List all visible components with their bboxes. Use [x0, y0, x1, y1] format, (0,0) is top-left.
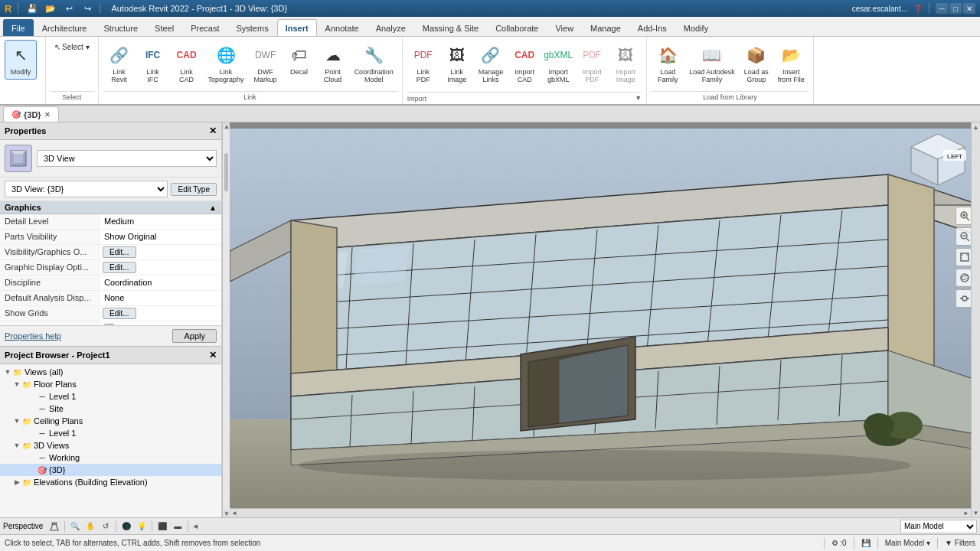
rotate-btn[interactable]: ↺	[99, 520, 113, 533]
scroll-thumb[interactable]	[224, 153, 228, 191]
toggle-3d-views[interactable]: ▼	[12, 442, 21, 449]
thin-lines-btn[interactable]: ▬	[171, 520, 185, 533]
perspective-btn[interactable]	[47, 520, 61, 533]
pb-close-btn[interactable]: ✕	[209, 350, 217, 360]
zoom-btn[interactable]: 🔍	[68, 520, 82, 533]
quick-undo[interactable]: ↩	[61, 2, 77, 15]
parts-visibility-value[interactable]: Show Original	[100, 230, 221, 244]
view-name-select[interactable]: 3D View: {3D}	[5, 181, 168, 197]
quick-save[interactable]: 💾	[24, 2, 40, 15]
help-btn[interactable]: ❓	[913, 5, 923, 13]
tree-3d-views[interactable]: ▼ 📁 3D Views	[0, 439, 221, 452]
coordination-model-btn[interactable]: 🔧 CoordinationModel	[351, 40, 397, 87]
svg-point-47	[864, 413, 894, 438]
import-pdf-btn[interactable]: PDF ImportPDF	[576, 40, 608, 87]
tab-annotate[interactable]: Annotate	[317, 19, 368, 36]
decal-btn[interactable]: 🏷 Decal	[283, 40, 315, 80]
tab-addins[interactable]: Add-Ins	[629, 19, 675, 36]
scroll-right-arrow[interactable]: ►	[962, 509, 971, 518]
left-panel-scrollbar[interactable]: ▲ ▼	[222, 122, 230, 517]
toggle-views-all[interactable]: ▼	[3, 368, 12, 376]
edit-type-btn[interactable]: Edit Type	[171, 183, 217, 196]
link-pdf-btn[interactable]: PDF LinkPDF	[407, 40, 439, 87]
model-selector[interactable]: Main Model	[900, 520, 977, 533]
load-autodesk-family-btn[interactable]: 📖 Load AutodeskFamily	[685, 40, 739, 87]
import-cad-btn[interactable]: CAD ImportCAD	[508, 40, 541, 87]
scroll-bottom-arrow[interactable]: ▼	[972, 508, 980, 517]
view-tab-3d[interactable]: 🎯 {3D} ✕	[3, 106, 59, 122]
filter-btn[interactable]: ▼ Filters	[945, 539, 975, 547]
shadow-btn[interactable]: 🌑	[119, 520, 133, 533]
minimize-btn[interactable]: ─	[936, 3, 948, 14]
manage-links-btn[interactable]: 🔗 ManageLinks	[475, 40, 508, 87]
modify-btn[interactable]: ↖ Modify	[5, 40, 37, 80]
insert-from-file-btn[interactable]: 📂 Insertfrom File	[774, 40, 808, 87]
tab-steel[interactable]: Steel	[146, 19, 182, 36]
detail-level-value[interactable]: Medium	[100, 214, 221, 229]
graphic-display-edit-btn[interactable]: Edit...	[103, 262, 136, 273]
main-scrollbar-vertical[interactable]: ▲ ▼	[971, 122, 980, 517]
load-as-group-btn[interactable]: 📦 Load asGroup	[740, 40, 773, 87]
view-type-select[interactable]: 3D View	[37, 150, 217, 167]
tree-ceiling-plans[interactable]: ▼ 📁 Ceiling Plans	[0, 415, 221, 427]
tree-views-all[interactable]: ▼ 📁 Views (all)	[0, 366, 221, 378]
link-revit-btn[interactable]: 🔗 LinkRevit	[103, 40, 136, 87]
discipline-label: Discipline	[0, 276, 100, 290]
tab-insert[interactable]: Insert	[277, 19, 317, 36]
main-scrollbar-horizontal[interactable]: ◄ ►	[230, 508, 971, 517]
quick-open[interactable]: 📂	[43, 2, 58, 15]
load-family-btn[interactable]: 🏠 LoadFamily	[652, 40, 684, 87]
tab-manage[interactable]: Manage	[582, 19, 629, 36]
scroll-left-arrow[interactable]: ◄	[230, 509, 239, 518]
import-gbxml-btn[interactable]: gbXML ImportgbXML	[542, 40, 574, 87]
close-btn[interactable]: ✕	[963, 3, 975, 14]
apply-btn[interactable]: Apply	[172, 329, 217, 343]
tab-analyze[interactable]: Analyze	[368, 19, 414, 36]
tab-view[interactable]: View	[547, 19, 582, 36]
select-btn[interactable]: ↖ Select ▾	[51, 40, 93, 54]
link-ifc-btn[interactable]: IFC LinkIFC	[137, 40, 169, 87]
tab-massing[interactable]: Massing & Site	[414, 19, 487, 36]
point-cloud-btn[interactable]: ☁ PointCloud	[317, 40, 349, 87]
restore-btn[interactable]: □	[949, 3, 962, 14]
tree-site[interactable]: ─ Site	[0, 403, 221, 415]
tree-working[interactable]: ─ Working	[0, 452, 221, 464]
show-grids-edit-btn[interactable]: Edit...	[103, 308, 136, 319]
tree-level1-floor[interactable]: ─ Level 1	[0, 390, 221, 403]
properties-close-btn[interactable]: ✕	[209, 126, 217, 136]
tab-collaborate[interactable]: Collaborate	[487, 19, 547, 36]
link-topo-btn[interactable]: 🌐 LinkTopography	[204, 40, 248, 87]
close-tab-btn[interactable]: ✕	[44, 111, 51, 119]
scroll-top-arrow[interactable]: ▲	[972, 122, 980, 132]
import-more-btn[interactable]: ▼	[635, 94, 642, 102]
nav-cube[interactable]: LEFT ↑ ↓ ← →	[903, 130, 972, 199]
toggle-floor-plans[interactable]: ▼	[12, 380, 21, 388]
toggle-elevations[interactable]: ▶	[12, 478, 21, 486]
toggle-ceiling-plans[interactable]: ▼	[12, 417, 21, 425]
load-group-label-text: Load from Library	[652, 91, 808, 103]
tab-architecture[interactable]: Architecture	[34, 19, 96, 36]
pan-btn[interactable]: ✋	[83, 520, 97, 533]
model-filter[interactable]: Main Model ▾	[885, 539, 930, 547]
discipline-value[interactable]: Coordination	[100, 276, 221, 290]
tab-file[interactable]: File	[3, 19, 34, 36]
tree-elevations[interactable]: ▶ 📁 Elevations (Building Elevation)	[0, 476, 221, 488]
crop-btn[interactable]: ⬛	[155, 520, 169, 533]
tab-modify[interactable]: Modify	[675, 19, 717, 36]
properties-help-link[interactable]: Properties help	[5, 331, 61, 341]
tab-precast[interactable]: Precast	[182, 19, 227, 36]
dwf-markup-btn[interactable]: DWF DWFMarkup	[250, 40, 282, 87]
tree-3d-current[interactable]: 🎯 {3D}	[0, 464, 221, 476]
vis-graphics-edit-btn[interactable]: Edit...	[103, 246, 136, 258]
link-cad-btn[interactable]: CAD LinkCAD	[171, 40, 203, 87]
link-image-btn[interactable]: 🖼 LinkImage	[441, 40, 473, 87]
quick-redo[interactable]: ↪	[80, 2, 95, 15]
collapse-graphics-btn[interactable]: ▲	[209, 204, 217, 212]
tree-floor-plans[interactable]: ▼ 📁 Floor Plans	[0, 378, 221, 390]
tree-level1-ceiling[interactable]: ─ Level 1	[0, 427, 221, 439]
import-image-btn[interactable]: 🖼 ImportImage	[609, 40, 642, 87]
render-btn[interactable]: 💡	[135, 520, 149, 533]
tab-systems[interactable]: Systems	[227, 19, 276, 36]
workset-indicator[interactable]: ⚙ :0	[831, 539, 847, 547]
tab-structure[interactable]: Structure	[95, 19, 146, 36]
